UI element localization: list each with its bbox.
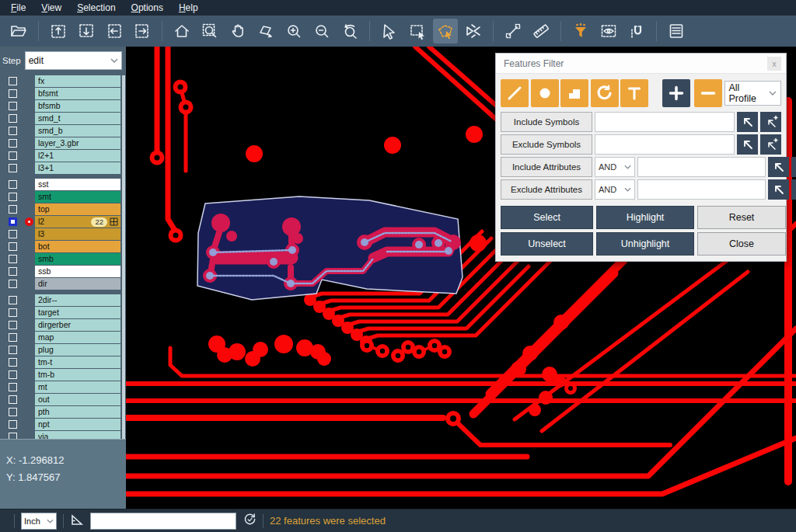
menu-options[interactable]: Options bbox=[124, 0, 171, 16]
layer-checkbox[interactable] bbox=[9, 321, 17, 329]
exclude-symbols-input[interactable] bbox=[595, 134, 735, 155]
filter-arc-button[interactable] bbox=[591, 79, 619, 107]
layer-checkbox[interactable] bbox=[9, 296, 17, 304]
pick-add-symbol-button[interactable] bbox=[760, 134, 781, 155]
layer-row[interactable]: target bbox=[2, 307, 126, 318]
layer-checkbox[interactable] bbox=[9, 77, 17, 85]
include-symbols-button[interactable]: Include Symbols bbox=[501, 112, 592, 132]
ruler-button[interactable] bbox=[529, 19, 553, 43]
layer-checkbox[interactable] bbox=[9, 395, 17, 404]
layer-checkbox[interactable] bbox=[9, 267, 17, 276]
layer-checkbox[interactable] bbox=[9, 358, 17, 367]
pan-down-button[interactable] bbox=[74, 19, 99, 43]
exclude-attributes-button[interactable]: Exclude Attributes bbox=[501, 179, 592, 200]
layer-checkbox[interactable] bbox=[9, 346, 17, 354]
layer-checkbox[interactable] bbox=[9, 151, 17, 160]
layer-row[interactable]: bfsmb bbox=[2, 100, 126, 112]
pick-add-attribute-button[interactable] bbox=[791, 179, 796, 200]
dialog-close-button[interactable]: x bbox=[767, 57, 781, 71]
layer-row[interactable]: plug bbox=[2, 344, 126, 356]
select-polygon-button[interactable] bbox=[433, 19, 458, 43]
pick-add-symbol-button[interactable] bbox=[760, 112, 781, 132]
layer-row[interactable]: mt bbox=[2, 381, 126, 393]
pan-left-button[interactable] bbox=[102, 19, 127, 43]
layer-checkbox[interactable] bbox=[9, 205, 17, 214]
pick-attribute-button[interactable] bbox=[768, 157, 789, 177]
layer-checkbox[interactable] bbox=[9, 408, 17, 416]
step-select[interactable]: edit bbox=[25, 51, 122, 70]
layer-row[interactable]: smd_b bbox=[2, 125, 126, 137]
units-select[interactable]: Inch bbox=[21, 513, 57, 530]
layer-row[interactable]: tm-t bbox=[2, 356, 126, 368]
layer-row[interactable]: bot bbox=[2, 241, 126, 252]
refresh-icon[interactable] bbox=[243, 513, 257, 529]
measure-corner-icon[interactable] bbox=[70, 513, 84, 530]
layer-checkbox[interactable] bbox=[9, 193, 17, 201]
layer-row[interactable]: npt bbox=[2, 419, 126, 430]
layer-row[interactable]: map bbox=[2, 332, 126, 343]
layer-checkbox[interactable] bbox=[9, 89, 17, 98]
layer-checkbox[interactable] bbox=[9, 102, 17, 110]
layer-checkbox[interactable] bbox=[9, 217, 17, 226]
pan-hand-button[interactable] bbox=[225, 19, 250, 43]
layer-checkbox[interactable] bbox=[9, 242, 17, 251]
select-button[interactable]: Select bbox=[501, 206, 593, 229]
exclude-symbols-button[interactable]: Exclude Symbols bbox=[501, 134, 592, 155]
menu-file[interactable]: File bbox=[3, 0, 33, 16]
layer-row[interactable]: dir bbox=[2, 278, 126, 290]
pick-symbol-button[interactable] bbox=[737, 112, 758, 132]
home-button[interactable] bbox=[169, 19, 194, 43]
layer-row[interactable]: smd_t bbox=[2, 113, 126, 124]
layer-checkbox[interactable] bbox=[9, 308, 17, 317]
layer-checkbox[interactable] bbox=[9, 180, 17, 189]
layer-row[interactable]: pth bbox=[2, 406, 126, 418]
layer-checkbox[interactable] bbox=[9, 114, 17, 123]
snap-button[interactable] bbox=[624, 19, 649, 43]
zoom-previous-button[interactable] bbox=[337, 19, 362, 43]
clear-highlight-button[interactable] bbox=[461, 19, 486, 43]
unselect-button[interactable]: Unselect bbox=[501, 232, 593, 256]
layer-row[interactable]: top bbox=[2, 203, 126, 215]
zoom-out-button[interactable] bbox=[309, 19, 334, 43]
include-attributes-input[interactable] bbox=[637, 157, 766, 177]
filter-line-button[interactable] bbox=[501, 79, 529, 107]
menu-view[interactable]: View bbox=[33, 0, 69, 16]
layer-checkbox[interactable] bbox=[9, 370, 17, 379]
layer-row[interactable]: ssb bbox=[2, 266, 126, 277]
scrollbar[interactable] bbox=[122, 75, 125, 443]
layer-checkbox[interactable] bbox=[9, 127, 17, 135]
filter-text-button[interactable] bbox=[620, 79, 648, 107]
layer-row[interactable]: l3+1 bbox=[2, 162, 126, 174]
layer-row[interactable]: smt bbox=[2, 191, 126, 203]
filter-add-button[interactable] bbox=[662, 79, 690, 107]
zoom-in-button[interactable] bbox=[281, 19, 306, 43]
layer-row[interactable]: sst bbox=[2, 179, 126, 190]
highlight-button[interactable]: Highlight bbox=[596, 206, 694, 229]
layer-row[interactable]: l2 22 bbox=[2, 216, 126, 228]
layer-row[interactable]: smb bbox=[2, 253, 126, 265]
measure-distance-button[interactable] bbox=[501, 19, 525, 43]
view-selection-button[interactable] bbox=[596, 19, 621, 43]
layers-panel-button[interactable] bbox=[664, 19, 689, 43]
select-pointer-button[interactable] bbox=[377, 19, 402, 43]
pick-add-attribute-button[interactable] bbox=[791, 157, 796, 177]
layer-grid-icon[interactable] bbox=[110, 217, 118, 226]
layer-checkbox[interactable] bbox=[9, 230, 17, 238]
pan-right-button[interactable] bbox=[130, 19, 155, 43]
layer-checkbox[interactable] bbox=[9, 333, 17, 342]
reset-button[interactable]: Reset bbox=[697, 206, 786, 229]
menu-help[interactable]: Help bbox=[171, 0, 206, 16]
dialog-title-bar[interactable]: Features Filter x bbox=[496, 54, 786, 74]
layer-row[interactable]: l3 bbox=[2, 228, 126, 240]
command-input[interactable] bbox=[90, 513, 236, 530]
open-button[interactable] bbox=[6, 19, 31, 43]
pan-up-button[interactable] bbox=[46, 19, 71, 43]
layer-checkbox[interactable] bbox=[9, 280, 17, 288]
layer-row[interactable]: 2dir-- bbox=[2, 294, 126, 306]
filter-remove-button[interactable] bbox=[694, 79, 722, 107]
layer-row[interactable]: dirgerber bbox=[2, 319, 126, 331]
layer-row[interactable]: out bbox=[2, 394, 126, 405]
include-symbols-input[interactable] bbox=[595, 112, 735, 132]
pick-symbol-button[interactable] bbox=[737, 134, 758, 155]
include-attributes-button[interactable]: Include Attributes bbox=[501, 157, 592, 177]
